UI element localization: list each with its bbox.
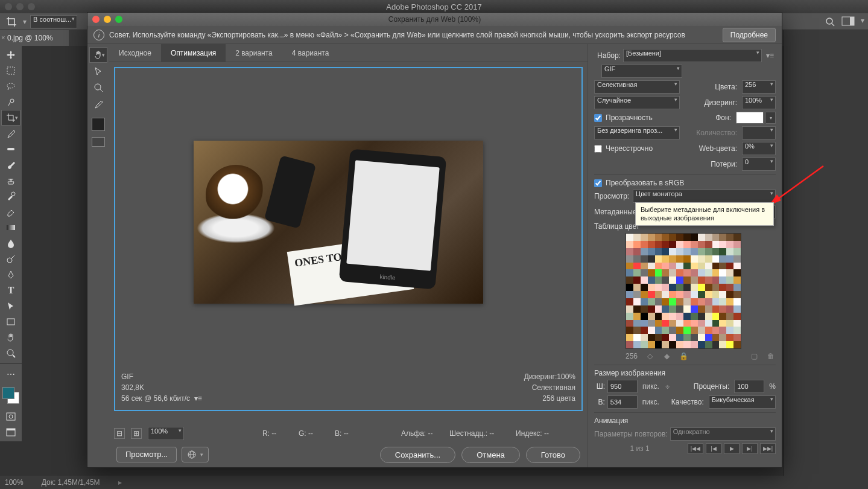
tab-source[interactable]: Исходное: [109, 44, 161, 62]
dialog-minimize-icon[interactable]: [104, 16, 111, 23]
height-input[interactable]: [607, 395, 638, 409]
screen-mode-icon[interactable]: [1, 424, 21, 440]
matte-color-swatch[interactable]: [736, 112, 764, 124]
websnap-value[interactable]: 0%: [742, 142, 776, 155]
colors-select[interactable]: 256: [742, 80, 776, 94]
close-tab-icon[interactable]: ×: [1, 34, 5, 41]
quality-select[interactable]: Бикубическая: [709, 395, 776, 409]
preset-menu-icon[interactable]: ▾≡: [764, 51, 776, 60]
shift-color-icon[interactable]: ◆: [662, 351, 671, 361]
first-frame-button[interactable]: |◀◀: [688, 443, 703, 454]
quick-mask-icon[interactable]: [1, 409, 21, 424]
transparency-checkbox[interactable]: [594, 114, 602, 122]
slice-visibility-icon[interactable]: [92, 137, 105, 147]
dither-label: Дизеринг:: [682, 98, 740, 107]
play-button[interactable]: ▶: [724, 443, 740, 454]
maximize-icon[interactable]: [28, 3, 35, 10]
dither-method-select[interactable]: Случайное: [594, 96, 680, 109]
zoom-out-button[interactable]: ⊟: [114, 428, 125, 439]
lasso-tool-icon[interactable]: [1, 78, 21, 94]
next-frame-button[interactable]: ▶|: [742, 443, 758, 454]
close-icon[interactable]: [5, 3, 12, 10]
eyedropper-icon[interactable]: [89, 96, 107, 112]
preview-button[interactable]: Просмотр...: [116, 447, 177, 462]
color-reduction-select[interactable]: Селективная: [594, 80, 680, 94]
interlaced-checkbox[interactable]: [594, 145, 602, 153]
color-table[interactable]: [626, 233, 741, 349]
snap-web-icon[interactable]: ◇: [645, 351, 654, 361]
marquee-tool-icon[interactable]: [1, 63, 21, 78]
dialog-close-icon[interactable]: [92, 16, 100, 23]
save-button[interactable]: Сохранить...: [380, 447, 455, 463]
preview-frame[interactable]: ONES TO WATCH kindle GIF 302,8K 56 сек @…: [114, 67, 583, 411]
tab-2up[interactable]: 2 варианта: [226, 44, 282, 62]
svg-point-19: [95, 84, 101, 90]
cancel-button[interactable]: Отмена: [461, 447, 520, 463]
constrain-link-icon[interactable]: ⟐: [662, 382, 673, 391]
search-icon[interactable]: [825, 16, 835, 27]
matte-dropdown-icon[interactable]: ▾: [766, 112, 776, 124]
learn-more-button[interactable]: Подробнее: [723, 28, 776, 42]
tab-optimized[interactable]: Оптимизация: [161, 44, 226, 62]
history-brush-tool-icon[interactable]: [1, 188, 21, 204]
path-select-tool-icon[interactable]: [1, 298, 21, 314]
eraser-tool-icon[interactable]: [1, 204, 21, 220]
blur-tool-icon[interactable]: [1, 235, 21, 251]
status-bar: 100% Док: 1,45M/1,45M ▸: [0, 476, 868, 489]
quick-select-tool-icon[interactable]: [1, 94, 21, 110]
width-input[interactable]: [607, 380, 638, 393]
zoom-select[interactable]: 100%: [148, 427, 184, 440]
browser-preview-button[interactable]: ▾: [182, 447, 209, 462]
interlaced-label: Чересстрочно: [604, 144, 697, 153]
window-controls[interactable]: [5, 3, 35, 10]
connection-menu-icon[interactable]: ▾≡: [194, 394, 202, 403]
dodge-tool-icon[interactable]: [1, 251, 21, 267]
zoom-tool-icon[interactable]: [89, 80, 107, 95]
foreground-color-swatch[interactable]: [2, 387, 14, 399]
trans-dither-select[interactable]: Без дизеринга проз...: [594, 126, 680, 139]
crop-tool-icon[interactable]: [1, 110, 21, 126]
workspace-switcher-icon[interactable]: [841, 16, 855, 27]
last-frame-button[interactable]: ▶▶|: [760, 443, 776, 454]
dialog-titlebar[interactable]: Сохранить для Web (100%): [87, 13, 782, 26]
tab-4up[interactable]: 4 варианта: [282, 44, 339, 62]
type-tool-icon[interactable]: T: [1, 283, 21, 298]
kindle-logo-text: kindle: [339, 270, 436, 285]
minimize-icon[interactable]: [16, 3, 24, 10]
svg-point-8: [11, 192, 15, 196]
hand-tool-icon[interactable]: [1, 330, 21, 345]
document-tab[interactable]: × 0.jpg @ 100%: [0, 30, 69, 46]
healing-brush-tool-icon[interactable]: [1, 141, 21, 157]
gradient-tool-icon[interactable]: [1, 220, 21, 235]
dither-amount[interactable]: 100%: [742, 96, 776, 109]
brush-tool-icon[interactable]: [1, 157, 21, 173]
clone-stamp-tool-icon[interactable]: [1, 173, 21, 188]
format-select[interactable]: GIF: [601, 65, 682, 78]
delete-color-icon[interactable]: 🗑: [766, 351, 776, 361]
edit-toolbar-icon[interactable]: ⋯: [1, 366, 21, 382]
eyedropper-color-swatch[interactable]: [92, 118, 105, 131]
slice-select-icon[interactable]: [89, 63, 107, 79]
shape-tool-icon[interactable]: [1, 314, 21, 330]
dialog-zoom-icon[interactable]: [115, 16, 122, 23]
done-button[interactable]: Готово: [526, 447, 580, 463]
srgb-checkbox[interactable]: [594, 179, 602, 187]
zoom-tool-icon[interactable]: [1, 345, 21, 361]
move-tool-icon[interactable]: [1, 47, 21, 63]
crop-tool-icon[interactable]: [4, 16, 19, 27]
zoom-in-button[interactable]: ⊞: [131, 428, 142, 439]
svg-rect-7: [7, 148, 14, 150]
lock-color-icon[interactable]: 🔒: [679, 351, 688, 361]
preset-select[interactable]: [Безымени]: [623, 49, 762, 62]
percent-input[interactable]: [734, 380, 764, 393]
color-swatches[interactable]: [0, 387, 22, 409]
prev-frame-button[interactable]: |◀: [706, 443, 721, 454]
pen-tool-icon[interactable]: [1, 267, 21, 283]
preview-profile-select[interactable]: Цвет монитора: [633, 190, 776, 203]
loop-select[interactable]: Однократно: [670, 427, 776, 441]
eyedropper-tool-icon[interactable]: [1, 126, 21, 141]
hand-tool-icon[interactable]: [89, 47, 107, 63]
aspect-ratio-select[interactable]: В соотнош...: [30, 15, 77, 28]
lossy-value[interactable]: 0: [742, 158, 776, 171]
new-color-icon[interactable]: ▢: [749, 351, 759, 361]
